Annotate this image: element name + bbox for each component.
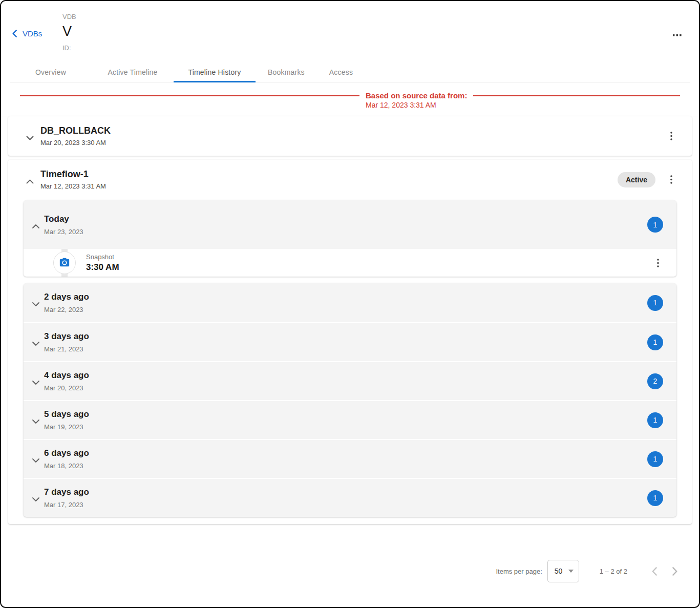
day-group-date: Mar 23, 2023 — [44, 228, 83, 236]
entity-type-label: VDB — [62, 13, 76, 20]
day-group-card-today: Today Mar 23, 2023 1 Snapshot 3:30 AM — [24, 200, 676, 277]
entity-id-label: ID: — [62, 44, 71, 52]
snapshot-count-badge: 1 — [647, 412, 663, 428]
timeflow-header: DB_ROLLBACK Mar 20, 2023 3:30 AM — [8, 116, 692, 156]
more-actions-button[interactable] — [670, 31, 685, 39]
next-page-button[interactable] — [669, 564, 681, 579]
snapshot-avatar — [53, 251, 76, 274]
expand-group-button[interactable] — [30, 420, 42, 424]
snapshot-time: 3:30 AM — [86, 262, 119, 272]
snapshot-row[interactable]: Snapshot 3:30 AM — [24, 249, 676, 277]
day-group-date: Mar 17, 2023 — [44, 501, 89, 509]
tab-active-timeline[interactable]: Active Timeline — [92, 62, 174, 82]
tab-bookmarks[interactable]: Bookmarks — [256, 62, 317, 82]
day-group-date: Mar 19, 2023 — [44, 423, 89, 431]
tab-overview[interactable]: Overview — [10, 62, 92, 82]
chevron-down-icon — [32, 302, 39, 306]
snapshot-count-badge: 1 — [647, 451, 663, 467]
pagination-bar: Items per page: 50 1 – 2 of 2 — [1, 559, 699, 583]
expand-group-button[interactable] — [30, 381, 42, 385]
page-header: VDBs VDB V ID: — [1, 1, 699, 62]
chevron-down-icon — [32, 497, 39, 501]
expand-timeflow-button[interactable] — [24, 136, 36, 140]
tab-access[interactable]: Access — [317, 62, 365, 82]
tab-label: Active Timeline — [108, 68, 157, 76]
day-group-title: 2 days ago — [44, 292, 89, 302]
snapshot-count-badge: 1 — [647, 334, 663, 350]
day-group-list: 2 days ago Mar 22, 2023 1 3 days ago Mar… — [24, 283, 676, 517]
snapshot-count-badge: 1 — [647, 295, 663, 311]
day-group-date: Mar 18, 2023 — [44, 462, 89, 470]
kebab-menu-icon — [670, 175, 672, 184]
day-group-header[interactable]: Today Mar 23, 2023 1 — [24, 200, 676, 249]
chevron-left-icon — [652, 567, 657, 576]
timeflow-timestamp: Mar 20, 2023 3:30 AM — [40, 139, 111, 146]
app-window: VDBs VDB V ID: Overview Active Timeline … — [0, 0, 700, 608]
day-group-header[interactable]: 5 days ago Mar 19, 2023 1 — [24, 400, 676, 439]
timeflow-timestamp: Mar 12, 2023 3:31 AM — [40, 182, 106, 190]
day-group-title: 5 days ago — [44, 409, 89, 420]
tab-label: Access — [329, 68, 353, 76]
day-group-title: Today — [44, 214, 83, 224]
chevron-right-icon — [672, 567, 677, 576]
chevron-down-icon — [32, 381, 39, 385]
day-group-header[interactable]: 6 days ago Mar 18, 2023 1 — [24, 439, 676, 478]
timeflow-card-db-rollback: DB_ROLLBACK Mar 20, 2023 3:30 AM — [8, 116, 692, 156]
tab-bar: Overview Active Timeline Timeline Histor… — [10, 62, 690, 82]
timeflow-menu-button[interactable] — [666, 173, 676, 186]
back-to-vdbs-link[interactable]: VDBs — [12, 29, 42, 38]
tab-label: Bookmarks — [268, 68, 305, 76]
chevron-down-icon — [26, 136, 34, 140]
caret-down-icon — [568, 570, 574, 573]
snapshot-type-label: Snapshot — [86, 253, 119, 261]
expand-group-button[interactable] — [30, 342, 42, 346]
day-group-title: 7 days ago — [44, 487, 89, 497]
ellipsis-horizontal-icon — [673, 34, 682, 36]
collapse-timeflow-button[interactable] — [24, 179, 36, 184]
day-group-date: Mar 22, 2023 — [44, 306, 89, 313]
timeflow-card-timeflow-1: Timeflow-1 Mar 12, 2023 3:31 AM Active — [8, 160, 692, 524]
timeflow-name: DB_ROLLBACK — [40, 125, 111, 136]
snapshot-count-badge: 2 — [647, 373, 663, 389]
previous-page-button[interactable] — [649, 564, 660, 579]
expand-group-button[interactable] — [30, 458, 42, 463]
timeflow-body: Today Mar 23, 2023 1 Snapshot 3:30 AM — [8, 199, 692, 524]
kebab-menu-icon — [670, 132, 672, 140]
chevron-down-icon — [32, 342, 39, 346]
source-data-banner: Based on source data from: Mar 12, 2023 … — [1, 82, 699, 116]
timeflow-name: Timeflow-1 — [40, 169, 106, 180]
expand-group-button[interactable] — [30, 302, 42, 306]
snapshot-menu-button[interactable] — [653, 257, 663, 269]
banner-text: Based on source data from: Mar 12, 2023 … — [366, 91, 467, 110]
collapse-group-button[interactable] — [30, 224, 42, 228]
items-per-page-label: Items per page: — [496, 568, 542, 575]
day-group-header[interactable]: 3 days ago Mar 21, 2023 1 — [24, 322, 676, 361]
items-per-page-value: 50 — [555, 567, 563, 575]
chevron-down-icon — [32, 420, 39, 424]
camera-icon — [59, 257, 70, 268]
tab-timeline-history[interactable]: Timeline History — [174, 62, 256, 82]
day-group-header[interactable]: 7 days ago Mar 17, 2023 1 — [24, 478, 676, 517]
banner-rule-left — [20, 95, 359, 96]
day-group-title: 6 days ago — [44, 448, 89, 458]
tab-label: Overview — [35, 68, 66, 76]
snapshot-count-badge: 1 — [647, 217, 663, 233]
banner-rule-right — [473, 95, 680, 96]
timeflow-menu-button[interactable] — [666, 130, 676, 142]
back-link-label: VDBs — [23, 29, 42, 38]
page-range-label: 1 – 2 of 2 — [600, 568, 627, 575]
day-group-title: 4 days ago — [44, 370, 89, 381]
items-per-page-select[interactable]: 50 — [547, 560, 579, 582]
expand-group-button[interactable] — [30, 497, 42, 501]
chevron-up-icon — [26, 179, 34, 184]
chevron-up-icon — [32, 224, 39, 228]
day-group-header[interactable]: 2 days ago Mar 22, 2023 1 — [24, 283, 676, 322]
day-group-date: Mar 21, 2023 — [44, 345, 89, 353]
status-badge: Active — [618, 172, 655, 187]
timeflow-header: Timeflow-1 Mar 12, 2023 3:31 AM Active — [8, 160, 692, 199]
chevron-left-icon — [12, 30, 17, 37]
day-group-header[interactable]: 4 days ago Mar 20, 2023 2 — [24, 361, 676, 400]
snapshot-count-badge: 1 — [647, 490, 663, 506]
page-title: V — [62, 24, 72, 39]
tab-label: Timeline History — [188, 68, 241, 76]
